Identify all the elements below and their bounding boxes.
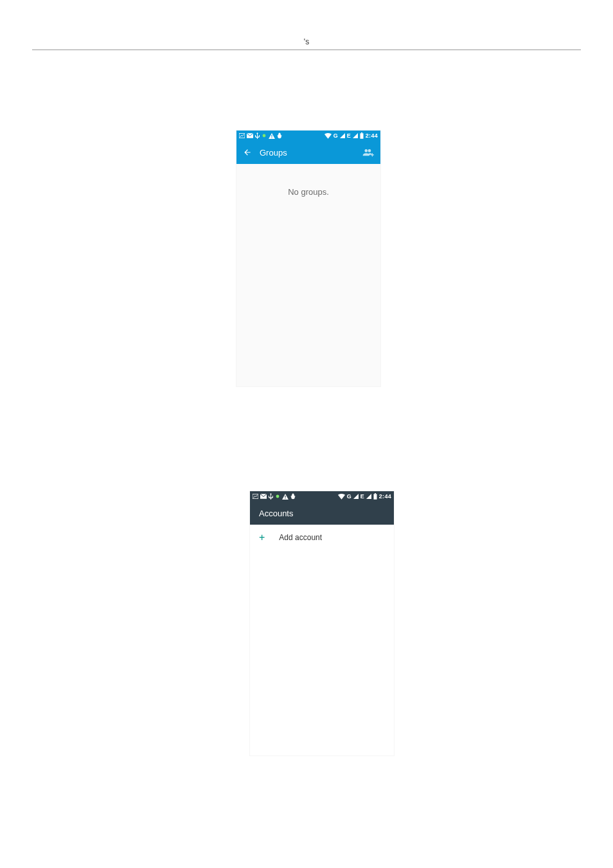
status-bar-right: G E 2:44 [338,493,391,500]
svg-line-23 [294,496,296,497]
warning-icon [269,133,275,139]
status-bar-left [253,493,296,500]
appbar-title: Groups [260,148,362,158]
signal-label-e: E [360,493,364,500]
signal-label-g: G [347,493,351,500]
header-marker: 's [304,37,309,46]
battery-icon [360,132,364,139]
status-bar-right: G E 2:44 [324,132,378,139]
add-group-icon[interactable] [362,148,374,157]
svg-point-2 [263,134,266,138]
svg-rect-3 [271,134,272,136]
svg-line-22 [291,496,292,497]
usb-icon [269,493,273,500]
battery-icon [373,493,377,500]
svg-point-11 [364,149,368,152]
status-bar: G E 2:44 [250,491,394,502]
screenshot-accounts: G E 2:44 Accounts + Add account [250,491,394,755]
svg-point-12 [368,149,371,152]
signal-icon-2 [353,133,358,138]
dot-icon [262,133,267,138]
svg-rect-24 [375,493,376,494]
usb-icon [255,132,260,139]
arrow-left-icon[interactable] [243,148,252,157]
svg-line-7 [278,136,279,136]
signal-icon-1 [340,133,345,138]
picture-icon [253,494,258,499]
svg-point-21 [292,494,294,496]
groups-content: No groups. [236,164,380,386]
mail-icon [260,494,267,499]
accounts-content: + Add account [250,525,394,755]
clock-text: 2:44 [366,132,378,139]
svg-rect-19 [285,498,285,498]
svg-rect-10 [360,133,363,139]
page-header: 's [32,37,581,50]
dot-icon [275,494,280,499]
wifi-icon [324,133,332,139]
wifi-icon [338,494,345,500]
mail-icon [247,133,253,138]
svg-point-6 [278,133,280,135]
svg-rect-4 [271,137,272,138]
add-account-item[interactable]: + Add account [250,525,394,550]
svg-point-17 [276,495,280,498]
status-bar: G E 2:44 [236,131,380,141]
warning-icon [282,494,289,500]
appbar-title: Accounts [259,509,387,518]
add-account-label: Add account [279,533,322,542]
plus-icon: + [259,532,265,543]
bug-icon [277,132,282,139]
svg-rect-25 [373,494,377,500]
clock-text: 2:44 [379,493,391,500]
bug-icon [290,493,296,500]
signal-icon-1 [353,494,359,499]
empty-message: No groups. [236,164,380,197]
signal-icon-2 [366,494,371,499]
screenshot-groups: G E 2:44 Groups [236,131,380,386]
signal-label-g: G [333,132,338,139]
svg-rect-18 [285,495,285,497]
picture-icon [239,133,245,138]
svg-rect-9 [361,132,362,133]
app-bar-groups: Groups [236,141,380,164]
signal-label-e: E [347,132,351,139]
svg-line-8 [281,136,282,136]
app-bar-accounts: Accounts [250,502,394,525]
status-bar-left [239,132,282,139]
